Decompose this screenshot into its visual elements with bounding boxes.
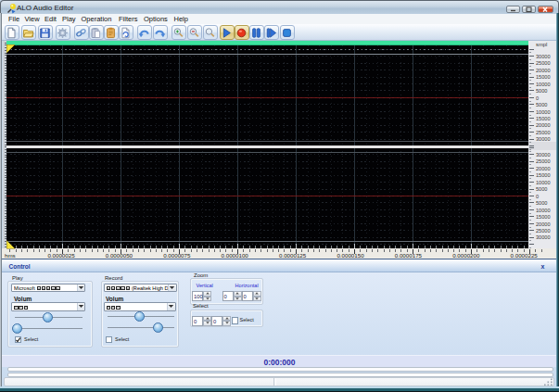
svg-text:0.0000075: 0.0000075 <box>163 252 191 259</box>
svg-text:30000: 30000 <box>536 136 551 142</box>
svg-text:0.0000225: 0.0000225 <box>511 252 539 259</box>
svg-text:10000: 10000 <box>536 180 551 185</box>
svg-text:5000: 5000 <box>536 102 547 107</box>
svg-text:0: 0 <box>536 95 539 101</box>
svg-text:20000: 20000 <box>536 68 551 73</box>
svg-text:20000: 20000 <box>536 166 551 171</box>
svg-text:0.0000175: 0.0000175 <box>395 252 423 259</box>
svg-text:10000: 10000 <box>536 208 551 213</box>
svg-text:25000: 25000 <box>536 130 551 135</box>
svg-text:0.0000125: 0.0000125 <box>279 252 307 259</box>
svg-text:5000: 5000 <box>536 200 547 206</box>
svg-text:0: 0 <box>536 194 539 199</box>
svg-text:0.0000025: 0.0000025 <box>47 252 75 259</box>
svg-text:20000: 20000 <box>536 122 551 128</box>
svg-text:0.0000050: 0.0000050 <box>106 252 133 259</box>
svg-text:15000: 15000 <box>536 214 551 220</box>
svg-text:15000: 15000 <box>536 116 551 121</box>
svg-text:5000: 5000 <box>536 88 547 94</box>
svg-text:10000: 10000 <box>536 109 551 115</box>
svg-text:25000: 25000 <box>536 60 551 66</box>
svg-text:20000: 20000 <box>536 221 551 227</box>
svg-text:15000: 15000 <box>536 172 551 178</box>
svg-text:15000: 15000 <box>536 74 551 80</box>
svg-text:30000: 30000 <box>536 152 551 158</box>
svg-text:0.0000150: 0.0000150 <box>337 252 364 259</box>
svg-text:0.0000200: 0.0000200 <box>452 252 480 259</box>
svg-text:5000: 5000 <box>536 186 547 192</box>
svg-text:smpl: smpl <box>536 42 547 47</box>
svg-text:hms: hms <box>5 252 16 259</box>
svg-text:30000: 30000 <box>536 54 551 59</box>
svg-text:25000: 25000 <box>536 228 551 234</box>
svg-text:10000: 10000 <box>536 82 551 87</box>
svg-text:25000: 25000 <box>536 158 551 164</box>
svg-text:30000: 30000 <box>536 234 551 240</box>
svg-text:0.0000100: 0.0000100 <box>222 252 249 259</box>
